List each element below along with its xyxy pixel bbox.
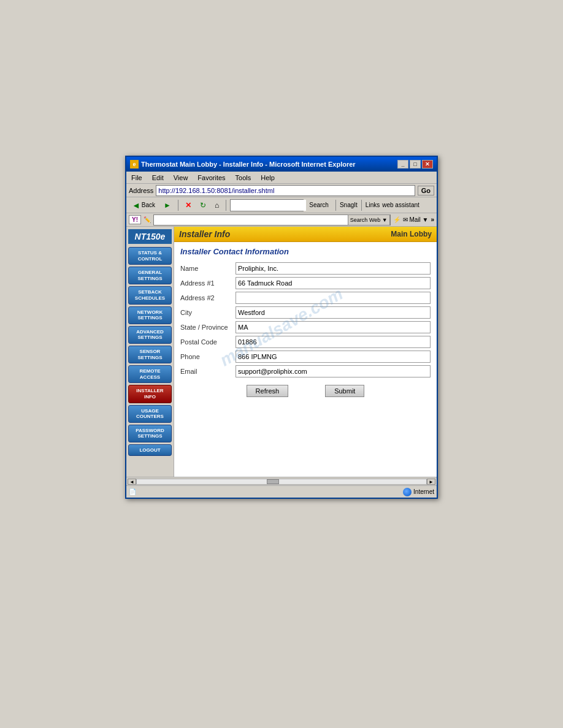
sidebar-item-installer-info[interactable]: InstallerInfo <box>128 385 172 403</box>
yahoo-more-icon[interactable]: » <box>431 216 434 223</box>
links-label: Links <box>366 202 380 208</box>
search-input[interactable] <box>232 200 310 211</box>
horizontal-scrollbar[interactable]: ◄ ► <box>126 477 437 485</box>
status-bar: 📄 Internet <box>126 485 437 498</box>
menu-edit[interactable]: Edit <box>150 174 166 181</box>
label-city: City <box>180 305 236 320</box>
yahoo-button[interactable]: Y! <box>129 215 141 224</box>
minimize-button[interactable]: _ <box>397 160 408 169</box>
yahoo-toolbar: Y! ✏️ Search Web ▼ ⚡ ✉ Mail ▼ » <box>126 213 437 227</box>
scroll-right-arrow[interactable]: ► <box>427 479 435 485</box>
installer-form: Name Address #1 Address #2 City <box>180 261 431 379</box>
sidebar-item-advanced-settings[interactable]: AdvancedSettings <box>128 326 172 344</box>
field-postal: Postal Code <box>180 335 431 349</box>
input-city[interactable] <box>236 306 431 319</box>
sidebar-item-setback-schedules[interactable]: SetbackSchedules <box>128 286 172 304</box>
input-address2[interactable] <box>236 292 431 304</box>
field-address2: Address #2 <box>180 290 431 305</box>
search-area: 🔍 <box>230 199 304 211</box>
address-input[interactable] <box>156 185 415 196</box>
input-state[interactable] <box>236 321 431 333</box>
content-area: NT150e Status &Control GeneralSettings S… <box>126 227 437 477</box>
sidebar-item-sensor-settings[interactable]: SensorSettings <box>128 346 172 363</box>
input-name[interactable] <box>236 262 431 275</box>
maximize-button[interactable]: □ <box>410 160 421 169</box>
go-button[interactable]: Go <box>418 186 434 195</box>
sidebar-item-logout[interactable]: Logout <box>128 444 172 457</box>
page-location: Main Lobby <box>391 230 432 238</box>
home-button[interactable]: ⌂ <box>212 199 222 212</box>
scrollbar-thumb[interactable] <box>267 479 279 484</box>
menu-tools[interactable]: Tools <box>233 174 254 181</box>
toolbar-sep-2 <box>226 200 226 211</box>
label-email: Email <box>180 364 236 379</box>
snagit-label: SnagIt <box>340 202 358 208</box>
menu-bar: File Edit View Favorites Tools Help <box>126 172 437 184</box>
sidebar-item-network-settings[interactable]: NetworkSettings <box>128 306 172 324</box>
sidebar-item-remote-access[interactable]: RemoteAccess <box>128 365 172 383</box>
scroll-left-arrow[interactable]: ◄ <box>128 479 136 485</box>
yahoo-mail-icon[interactable]: ✉ Mail ▼ <box>403 216 429 223</box>
sidebar: NT150e Status &Control GeneralSettings S… <box>126 227 174 477</box>
toolbar-sep-1 <box>178 200 178 211</box>
field-state: State / Province <box>180 320 431 335</box>
page-title: Installer Info <box>179 229 230 239</box>
menu-file[interactable]: File <box>129 174 145 181</box>
form-actions: Refresh Submit <box>180 385 431 397</box>
yahoo-search-input[interactable] <box>154 215 348 225</box>
page-header: Installer Info Main Lobby <box>174 227 437 242</box>
window-title: Thermostat Main Lobby - Installer Info -… <box>141 161 356 168</box>
toolbar: ◄ Back ► ✕ ↻ ⌂ 🔍 Search SnagIt Links web… <box>126 197 437 213</box>
input-postal[interactable] <box>236 336 431 348</box>
stop-button[interactable]: ✕ <box>182 199 194 212</box>
sidebar-item-general-settings[interactable]: GeneralSettings <box>128 267 172 284</box>
field-address1: Address #1 <box>180 276 431 290</box>
input-email[interactable] <box>236 365 431 377</box>
back-label: Back <box>142 202 155 208</box>
sidebar-item-status-control[interactable]: Status &Control <box>128 247 172 265</box>
label-phone: Phone <box>180 349 236 364</box>
label-address1: Address #1 <box>180 276 236 290</box>
input-phone[interactable] <box>236 351 431 363</box>
menu-favorites[interactable]: Favorites <box>195 174 228 181</box>
menu-view[interactable]: View <box>171 174 191 181</box>
menu-help[interactable]: Help <box>258 174 277 181</box>
sidebar-item-password-settings[interactable]: PasswordSettings <box>128 425 172 442</box>
label-postal: Postal Code <box>180 335 236 349</box>
yahoo-extra-icon[interactable]: ⚡ <box>393 216 400 223</box>
label-state: State / Province <box>180 320 236 335</box>
search-web-button[interactable]: Search Web ▼ <box>348 214 390 226</box>
internet-zone: Internet <box>403 488 434 496</box>
search-label: Search <box>309 202 329 208</box>
page-content: Installer Contact Information Name Addre… <box>174 242 437 477</box>
ie-icon: e <box>130 160 139 169</box>
stop-icon: ✕ <box>185 201 191 210</box>
globe-icon <box>403 488 412 496</box>
title-bar: e Thermostat Main Lobby - Installer Info… <box>126 157 437 172</box>
refresh-button[interactable]: ↻ <box>197 199 209 212</box>
back-button[interactable]: ◄ Back <box>129 199 158 212</box>
browser-window: e Thermostat Main Lobby - Installer Info… <box>125 156 438 499</box>
sidebar-item-usage-counters[interactable]: UsageCounters <box>128 405 172 423</box>
yahoo-search-box: Search Web ▼ <box>153 214 391 226</box>
sidebar-brand: NT150e <box>128 229 172 244</box>
label-address2: Address #2 <box>180 290 236 305</box>
forward-button[interactable]: ► <box>161 199 174 212</box>
field-email: Email <box>180 364 431 379</box>
web-assistant-label: web assistant <box>382 202 419 208</box>
home-icon: ⌂ <box>215 201 219 210</box>
close-button[interactable]: ✕ <box>422 160 433 169</box>
scrollbar-track[interactable] <box>136 479 427 485</box>
title-bar-left: e Thermostat Main Lobby - Installer Info… <box>130 160 356 169</box>
toolbar-sep-3 <box>335 200 336 211</box>
submit-button[interactable]: Submit <box>325 385 364 397</box>
title-bar-buttons: _ □ ✕ <box>397 160 433 169</box>
back-arrow-icon: ◄ <box>132 200 140 210</box>
search-button[interactable]: Search <box>306 199 332 212</box>
input-address1[interactable] <box>236 277 431 289</box>
refresh-button-form[interactable]: Refresh <box>247 385 289 397</box>
field-phone: Phone <box>180 349 431 364</box>
section-title: Installer Contact Information <box>180 247 431 256</box>
main-panel: Installer Info Main Lobby Installer Cont… <box>174 227 437 477</box>
yahoo-pencil-icon[interactable]: ✏️ <box>144 216 151 223</box>
